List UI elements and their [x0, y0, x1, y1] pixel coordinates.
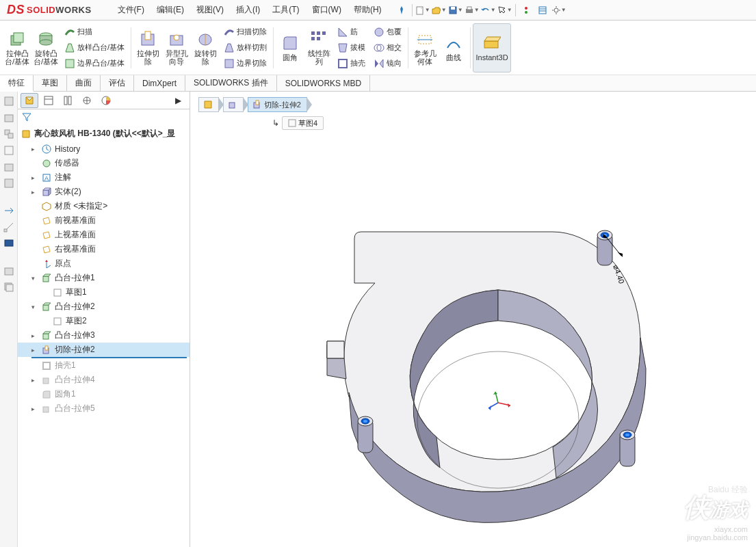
- tab-mbd[interactable]: SOLIDWORKS MBD: [277, 75, 370, 91]
- new-icon[interactable]: ▼: [415, 3, 430, 18]
- bc-feature[interactable]: 切除-拉伸2: [248, 97, 307, 112]
- sweep-button[interactable]: 扫描: [62, 25, 127, 40]
- boundary-button[interactable]: 边界凸台/基体: [62, 56, 127, 71]
- menu-view[interactable]: 视图(V): [191, 1, 229, 18]
- tree-item-cut2[interactable]: ▸切除-拉伸2: [18, 343, 190, 357]
- tree-filter[interactable]: [18, 109, 190, 124]
- tree-item-boss2[interactable]: ▾凸台-拉伸2: [18, 299, 190, 314]
- intersect-button[interactable]: 相交: [371, 40, 404, 55]
- tree-tab-dimxpert[interactable]: [78, 93, 96, 108]
- tree-item-origin[interactable]: 原点: [18, 256, 190, 271]
- save-icon[interactable]: ▼: [448, 3, 463, 18]
- tree-item-annotations[interactable]: ▸A注解: [18, 170, 190, 185]
- tree-tab-more[interactable]: ▶: [169, 93, 187, 108]
- folder2-icon[interactable]: [2, 264, 16, 278]
- cut-extrude-button[interactable]: 拉伸切除: [133, 23, 162, 72]
- origin-icon: [41, 258, 52, 269]
- tree-item-boss1[interactable]: ▾凸台-拉伸1: [18, 271, 190, 285]
- tree-tab-properties[interactable]: [40, 93, 57, 108]
- box-icon[interactable]: [2, 176, 16, 190]
- tree-item-sensors[interactable]: 传感器: [18, 156, 190, 170]
- solid-icon: [41, 187, 52, 198]
- bc-body[interactable]: [223, 97, 244, 112]
- measure-icon[interactable]: [2, 220, 16, 234]
- tree-item-shell1[interactable]: 抽壳1: [18, 358, 190, 373]
- folder-icon[interactable]: [2, 160, 16, 174]
- tree-item-sketch1[interactable]: 草图1: [18, 285, 190, 299]
- loft-button[interactable]: 放样凸台/基体: [62, 40, 127, 55]
- tree-item-boss4[interactable]: ▸凸台-拉伸4: [18, 373, 190, 387]
- tab-evaluate[interactable]: 评估: [101, 75, 134, 91]
- options-icon[interactable]: [535, 3, 550, 18]
- tree-item-front-plane[interactable]: 前视基准面: [18, 213, 190, 228]
- tree-tab-features[interactable]: [21, 93, 38, 108]
- shell-button[interactable]: 抽壳: [335, 56, 368, 71]
- bc-sketch[interactable]: 草图4: [282, 116, 324, 130]
- undo-icon[interactable]: ▼: [481, 3, 496, 18]
- svg-rect-81: [256, 101, 259, 105]
- tree-item-top-plane[interactable]: 上视基准面: [18, 228, 190, 242]
- print-icon[interactable]: ▼: [465, 3, 480, 18]
- arrow-icon[interactable]: [2, 204, 16, 217]
- cut-sweep-button[interactable]: 扫描切除: [221, 25, 270, 40]
- instant3d-label: Instant3D: [476, 53, 508, 62]
- tree-item-boss5[interactable]: ▸凸台-拉伸5: [18, 401, 190, 416]
- tab-surfaces[interactable]: 曲面: [67, 75, 101, 91]
- menu-tools[interactable]: 工具(T): [267, 1, 304, 18]
- graphics-viewport[interactable]: 切除-拉伸2 ↳ 草图4: [190, 92, 756, 547]
- linear-pattern-button[interactable]: 线性阵列: [304, 23, 333, 72]
- tree-item-sketch2[interactable]: 草图2: [18, 314, 190, 328]
- hole-wizard-button[interactable]: 异型孔向导: [162, 23, 191, 72]
- tree-item-solids[interactable]: ▸实体(2): [18, 185, 190, 199]
- tree-item-right-plane[interactable]: 右视基准面: [18, 242, 190, 256]
- select-icon[interactable]: ▼: [497, 3, 512, 18]
- menu-insert[interactable]: 插入(I): [231, 1, 265, 18]
- settings-icon[interactable]: ▼: [551, 3, 566, 18]
- rebuild-icon[interactable]: [519, 3, 534, 18]
- tab-addins[interactable]: SOLIDWORKS 插件: [185, 75, 277, 91]
- tree-tab-configs[interactable]: [59, 93, 77, 108]
- cut-revolve-button[interactable]: 旋转切除: [191, 23, 220, 72]
- tab-dimxpert[interactable]: DimXpert: [134, 75, 185, 91]
- stack-icon[interactable]: [2, 280, 16, 294]
- logo-ds-icon: DS: [7, 3, 25, 17]
- tree-tab-display[interactable]: [97, 93, 115, 108]
- display-icon[interactable]: [2, 237, 16, 250]
- wrap-button[interactable]: 包覆: [371, 25, 404, 40]
- svg-rect-51: [4, 229, 7, 232]
- menu-window[interactable]: 窗口(W): [307, 1, 347, 18]
- assembly-icon[interactable]: [2, 127, 16, 141]
- sw-icon[interactable]: [2, 94, 16, 108]
- extrude-boss-button[interactable]: 拉伸凸台/基体: [3, 23, 31, 72]
- draft-button[interactable]: 拔模: [335, 40, 368, 55]
- part-icon[interactable]: [2, 111, 16, 124]
- revolve-boss-button[interactable]: 旋转凸台/基体: [31, 23, 60, 72]
- sensor-icon: [41, 158, 52, 169]
- rib-button[interactable]: 筋: [335, 25, 368, 40]
- tree-item-fillet1[interactable]: 圆角1: [18, 387, 190, 401]
- menu-edit[interactable]: 编辑(E): [151, 1, 190, 18]
- tree-item-boss3[interactable]: ▸凸台-拉伸3: [18, 328, 190, 343]
- bc-part[interactable]: [198, 97, 219, 112]
- tab-features[interactable]: 特征: [0, 75, 34, 92]
- flyout-icon[interactable]: ↳: [272, 118, 279, 128]
- open-icon[interactable]: ▼: [432, 3, 447, 18]
- tree-item-material[interactable]: 材质 <未指定>: [18, 199, 190, 213]
- instant3d-button[interactable]: Instant3D: [473, 23, 511, 72]
- tab-sketch[interactable]: 草图: [34, 75, 67, 91]
- drawing-icon[interactable]: [2, 144, 16, 157]
- menu-help[interactable]: 帮助(H): [348, 1, 387, 18]
- ref-geometry-button[interactable]: 参考几何体: [410, 23, 439, 72]
- menu-file[interactable]: 文件(F): [112, 1, 150, 18]
- cut-loft-button[interactable]: 放样切割: [221, 40, 270, 55]
- fillet-button[interactable]: 圆角: [276, 23, 304, 72]
- tree-item-history[interactable]: ▸History: [18, 142, 190, 156]
- mirror-button[interactable]: 镜向: [371, 56, 404, 71]
- feature-tree-panel: ▶ 离心鼓风机 HB-1340 (默认<<默认>_显 ▸History 传感器 …: [18, 92, 190, 547]
- pin-icon[interactable]: [394, 3, 409, 18]
- cut-revolve-label: 旋转切除: [191, 49, 220, 66]
- ribbon: 拉伸凸台/基体 旋转凸台/基体 扫描 放样凸台/基体 边界凸台/基体 拉伸切除 …: [0, 21, 756, 75]
- tree-root[interactable]: 离心鼓风机 HB-1340 (默认<<默认>_显: [18, 126, 190, 142]
- curves-button[interactable]: 曲线: [439, 23, 468, 72]
- cut-boundary-button[interactable]: 边界切除: [221, 56, 270, 71]
